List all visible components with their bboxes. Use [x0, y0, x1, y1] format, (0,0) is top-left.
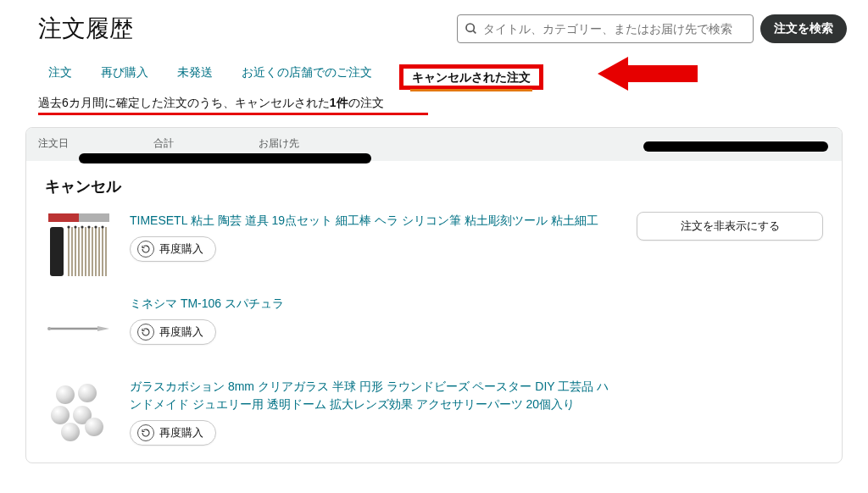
list-item: ミネシマ TM-106 スパチュラ 再度購入: [45, 295, 823, 363]
summary-prefix: 過去6カ月間に確定した注文のうち、キャンセルされた: [38, 96, 330, 109]
svg-marker-2: [598, 57, 698, 91]
tab-cancelled[interactable]: キャンセルされた注文: [410, 65, 532, 91]
search-icon: [465, 22, 478, 36]
rebuy-label: 再度購入: [159, 425, 203, 440]
product-link[interactable]: ミネシマ TM-106 スパチュラ: [130, 295, 611, 313]
svg-point-22: [94, 225, 97, 228]
order-shipto-label: お届け先: [259, 136, 299, 151]
redacted-bar: [79, 153, 371, 163]
summary-count: 1件: [330, 96, 348, 109]
rebuy-label: 再度購入: [159, 324, 203, 340]
rebuy-icon: [137, 241, 154, 258]
tabs: 注文 再び購入 未発送 お近くの店舗でのご注文 キャンセルされた注文: [21, 60, 847, 87]
svg-point-18: [67, 225, 70, 228]
svg-point-0: [466, 24, 474, 31]
redacted-bar: [643, 141, 828, 152]
svg-point-20: [81, 225, 83, 228]
page-title: 注文履歴: [21, 13, 133, 45]
svg-rect-4: [48, 213, 79, 222]
search-button[interactable]: 注文を検索: [760, 14, 847, 43]
svg-rect-5: [50, 227, 64, 276]
summary-line: 過去6カ月間に確定した注文のうち、キャンセルされた1件の注文: [21, 96, 384, 111]
svg-point-27: [56, 385, 75, 404]
rebuy-icon: [137, 424, 154, 441]
svg-point-21: [87, 225, 90, 228]
rebuy-label: 再度購入: [159, 241, 203, 257]
search-field-wrap[interactable]: [457, 14, 754, 43]
order-total-label: 合計: [153, 136, 174, 151]
hide-order-button[interactable]: 注文を非表示にする: [637, 212, 823, 241]
search-input[interactable]: [483, 22, 746, 36]
rebuy-button[interactable]: 再度購入: [130, 236, 216, 262]
product-thumbnail[interactable]: [45, 295, 113, 363]
svg-point-23: [101, 225, 103, 228]
order-date-label: 注文日: [38, 136, 69, 151]
order-card-header: 注文日 合計 お届け先: [26, 128, 842, 161]
svg-marker-25: [97, 326, 109, 331]
annotation-underline: [38, 113, 428, 115]
annotation-highlight-box: キャンセルされた注文: [399, 64, 543, 90]
rebuy-button[interactable]: 再度購入: [130, 420, 216, 446]
svg-point-32: [85, 418, 103, 436]
order-shipto-col: お届け先: [259, 136, 299, 152]
rebuy-icon: [137, 324, 154, 341]
product-thumbnail[interactable]: [45, 212, 113, 280]
list-item: ガラスカボション 8mm クリアガラス 半球 円形 ラウンドビーズ ペースター …: [45, 378, 823, 446]
tab-local-store[interactable]: お近くの店舗でのご注文: [240, 60, 374, 87]
list-item: TIMESETL 粘土 陶芸 道具 19点セット 細工棒 ヘラ シリコン筆 粘土…: [45, 212, 823, 280]
tab-orders[interactable]: 注文: [47, 60, 74, 87]
svg-point-28: [78, 384, 97, 402]
product-thumbnail[interactable]: [45, 378, 113, 446]
rebuy-button[interactable]: 再度購入: [130, 319, 216, 345]
order-total-col: 合計: [153, 136, 174, 152]
annotation-arrow-icon: [598, 55, 699, 95]
summary-suffix: の注文: [348, 96, 384, 109]
svg-point-29: [51, 406, 70, 424]
svg-point-26: [47, 327, 51, 330]
status-title: キャンセル: [45, 176, 823, 197]
tab-buy-again[interactable]: 再び購入: [99, 60, 150, 87]
order-date-col: 注文日: [38, 136, 69, 152]
tab-unshipped[interactable]: 未発送: [175, 60, 214, 87]
product-link[interactable]: ガラスカボション 8mm クリアガラス 半球 円形 ラウンドビーズ ペースター …: [130, 378, 611, 413]
svg-line-1: [473, 30, 476, 33]
order-card: 注文日 合計 お届け先 キャンセル: [25, 127, 843, 463]
svg-point-19: [74, 225, 76, 228]
svg-point-31: [61, 423, 80, 441]
product-link[interactable]: TIMESETL 粘土 陶芸 道具 19点セット 細工棒 ヘラ シリコン筆 粘土…: [130, 212, 611, 230]
